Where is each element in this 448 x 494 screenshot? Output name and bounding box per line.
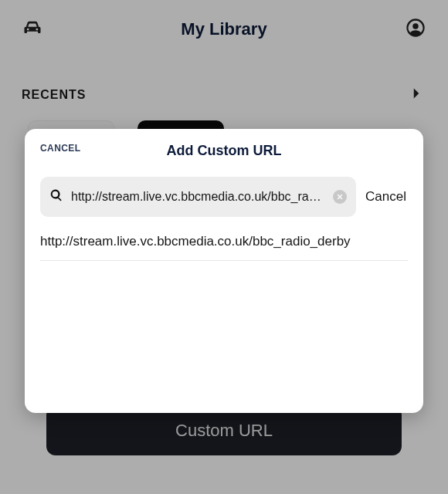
modal-header: CANCEL Add Custom URL <box>40 141 408 160</box>
modal-cancel-top[interactable]: CANCEL <box>40 143 80 154</box>
url-result-item[interactable]: http://stream.live.vc.bbcmedia.co.uk/bbc… <box>40 234 408 261</box>
search-icon <box>49 188 63 205</box>
modal-title: Add Custom URL <box>167 143 282 159</box>
add-custom-url-modal: CANCEL Add Custom URL Cancel http://stre… <box>25 129 423 413</box>
url-input[interactable] <box>71 190 325 204</box>
search-cancel-button[interactable]: Cancel <box>364 189 408 205</box>
url-search-row: Cancel <box>40 177 408 217</box>
clear-input-icon[interactable] <box>333 190 347 204</box>
url-search-field[interactable] <box>40 177 356 217</box>
